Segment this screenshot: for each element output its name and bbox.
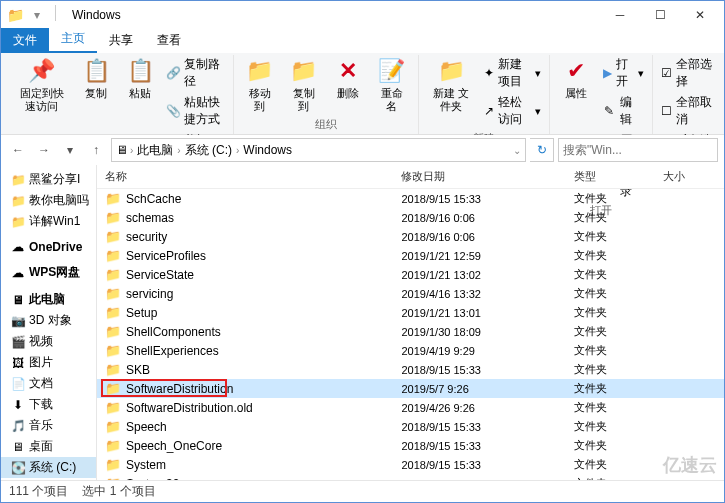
file-name: System: [126, 458, 166, 472]
col-type[interactable]: 类型: [566, 165, 655, 189]
table-row[interactable]: 📁ShellComponents2019/1/30 18:09文件夹: [97, 322, 724, 341]
sidebar-item[interactable]: 📷3D 对象: [1, 310, 96, 331]
sidebar-label: 下载: [29, 396, 53, 413]
selectall-button[interactable]: ☑全部选择: [659, 55, 714, 91]
sidebar-item[interactable]: 🎬视频: [1, 331, 96, 352]
chevron-icon[interactable]: ›: [236, 145, 239, 156]
newitem-button[interactable]: ✦新建项目 ▾: [482, 55, 544, 91]
file-type: 文件夹: [566, 360, 655, 379]
table-row[interactable]: 📁schemas2018/9/16 0:06文件夹: [97, 208, 724, 227]
file-date: 2018/9/15 15:33: [393, 189, 566, 209]
qat-down-icon[interactable]: ▾: [27, 5, 47, 25]
tab-home[interactable]: 主页: [49, 26, 97, 53]
col-name[interactable]: 名称: [97, 165, 393, 189]
folder-icon: 📁: [105, 305, 121, 320]
sidebar-item[interactable]: 📁黑鲨分享I: [1, 169, 96, 190]
file-date: 2018/9/15 15:33: [393, 417, 566, 436]
open-button[interactable]: ▶打开 ▾: [600, 55, 646, 91]
tab-file[interactable]: 文件: [1, 28, 49, 53]
col-size[interactable]: 大小: [655, 165, 724, 189]
breadcrumb[interactable]: 🖥 › 此电脑 › 系统 (C:) › Windows ⌄: [111, 138, 526, 162]
table-row[interactable]: 📁Speech_OneCore2018/9/15 15:33文件夹: [97, 436, 724, 455]
folder-icon: 📁: [105, 324, 121, 339]
sidebar-item[interactable]: 📁教你电脑吗: [1, 190, 96, 211]
sidebar-item[interactable]: 📄文档: [1, 373, 96, 394]
table-row[interactable]: 📁SKB2018/9/15 15:33文件夹: [97, 360, 724, 379]
file-type: 文件夹: [566, 417, 655, 436]
col-date[interactable]: 修改日期: [393, 165, 566, 189]
minimize-button[interactable]: ─: [600, 1, 640, 29]
sidebar-item[interactable]: 🖥桌面: [1, 436, 96, 457]
sidebar-icon: 🖥: [11, 293, 25, 307]
table-row[interactable]: 📁SoftwareDistribution.old2019/4/26 9:26文…: [97, 398, 724, 417]
sidebar-item[interactable]: 🖼图片: [1, 352, 96, 373]
copy-path-button[interactable]: 🔗复制路径: [164, 55, 227, 91]
table-row[interactable]: 📁ServiceState2019/1/21 13:02文件夹: [97, 265, 724, 284]
file-date: 2019/4/19 9:29: [393, 341, 566, 360]
maximize-button[interactable]: ☐: [640, 1, 680, 29]
file-date: 2019/1/30 18:09: [393, 322, 566, 341]
sidebar-label: OneDrive: [29, 240, 82, 254]
table-row[interactable]: 📁Setup2019/1/21 13:01文件夹: [97, 303, 724, 322]
file-name: SoftwareDistribution.old: [126, 401, 253, 415]
chevron-icon[interactable]: ›: [177, 145, 180, 156]
easyaccess-button[interactable]: ↗轻松访问 ▾: [482, 93, 544, 129]
pin-button[interactable]: 📌固定到快 速访问: [11, 55, 72, 115]
tab-view[interactable]: 查看: [145, 28, 193, 53]
paste-shortcut-button[interactable]: 📎粘贴快捷方式: [164, 93, 227, 129]
folder-icon: 📁: [105, 286, 121, 301]
sidebar: 📁黑鲨分享I📁教你电脑吗📁详解Win1☁OneDrive☁WPS网盘🖥此电脑📷3…: [1, 165, 97, 480]
file-name: SKB: [126, 363, 150, 377]
search-box[interactable]: [558, 138, 718, 162]
copy-button[interactable]: 📋复制: [76, 55, 116, 102]
edit-button[interactable]: ✎编辑: [600, 93, 646, 129]
moveto-button[interactable]: 📁移动到: [240, 55, 280, 115]
sidebar-item[interactable]: 🎵音乐: [1, 415, 96, 436]
table-row[interactable]: 📁security2018/9/16 0:06文件夹: [97, 227, 724, 246]
selectnone-button[interactable]: ☐全部取消: [659, 93, 714, 129]
sidebar-item[interactable]: 📁详解Win1: [1, 211, 96, 232]
table-row[interactable]: 📁System2018/9/15 15:33文件夹: [97, 455, 724, 474]
sidebar-item[interactable]: ⬇下载: [1, 394, 96, 415]
sidebar-item[interactable]: 🖥此电脑: [1, 289, 96, 310]
rename-button[interactable]: 📝重命名: [372, 55, 412, 115]
chevron-down-icon[interactable]: ⌄: [513, 145, 521, 156]
forward-button[interactable]: →: [33, 139, 55, 161]
folder-icon: 📁: [105, 248, 121, 263]
table-row[interactable]: 📁ShellExperiences2019/4/19 9:29文件夹: [97, 341, 724, 360]
table-row[interactable]: 📁SchCache2018/9/15 15:33文件夹: [97, 189, 724, 209]
refresh-button[interactable]: ↻: [530, 138, 554, 162]
chevron-icon[interactable]: ›: [130, 145, 133, 156]
delete-button[interactable]: ✕删除: [328, 55, 368, 102]
table-row[interactable]: 📁Speech2018/9/15 15:33文件夹: [97, 417, 724, 436]
file-type: 文件夹: [566, 455, 655, 474]
crumb-folder[interactable]: Windows: [241, 143, 294, 157]
sidebar-item[interactable]: ☁WPS网盘: [1, 262, 96, 283]
tab-share[interactable]: 共享: [97, 28, 145, 53]
file-date: 2019/4/16 13:32: [393, 284, 566, 303]
close-button[interactable]: ✕: [680, 1, 720, 29]
group-organize: 组织: [315, 115, 337, 134]
file-type: 文件夹: [566, 322, 655, 341]
crumb-pc[interactable]: 此电脑: [135, 142, 175, 159]
sidebar-item[interactable]: 💽系统 (C:): [1, 457, 96, 478]
newfolder-button[interactable]: 📁新建 文件夹: [425, 55, 478, 115]
window-title: Windows: [72, 8, 600, 22]
file-date: 2018/9/16 0:06: [393, 227, 566, 246]
table-row[interactable]: 📁ServiceProfiles2019/1/21 12:59文件夹: [97, 246, 724, 265]
status-selected: 选中 1 个项目: [82, 483, 155, 500]
paste-button[interactable]: 📋粘贴: [120, 55, 160, 102]
table-row[interactable]: 📁SoftwareDistribution2019/5/7 9:26文件夹: [97, 379, 724, 398]
copyto-button[interactable]: 📁复制到: [284, 55, 324, 115]
search-input[interactable]: [563, 143, 713, 157]
sidebar-item[interactable]: ☁OneDrive: [1, 238, 96, 256]
table-row[interactable]: 📁System322019/5/7 9:32文件夹: [97, 474, 724, 480]
back-button[interactable]: ←: [7, 139, 29, 161]
file-list: 名称 修改日期 类型 大小 📁SchCache2018/9/15 15:33文件…: [97, 165, 724, 480]
properties-button[interactable]: ✔属性: [556, 55, 596, 102]
crumb-drive[interactable]: 系统 (C:): [183, 142, 234, 159]
sidebar-icon: 📄: [11, 377, 25, 391]
table-row[interactable]: 📁servicing2019/4/16 13:32文件夹: [97, 284, 724, 303]
up-button[interactable]: ↑: [85, 139, 107, 161]
recent-button[interactable]: ▾: [59, 139, 81, 161]
